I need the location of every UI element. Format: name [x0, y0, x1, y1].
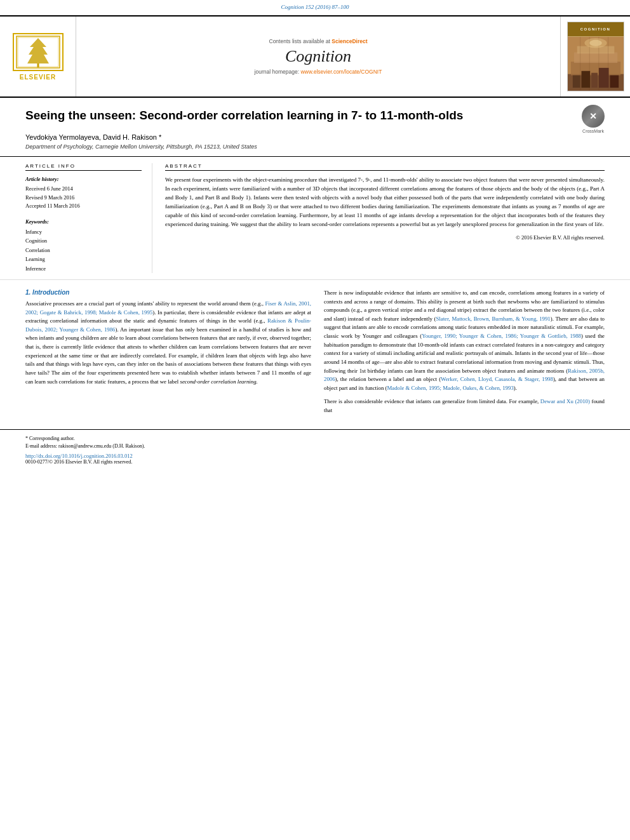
right-body-paragraph-1: There is now indisputable evidence that … — [324, 289, 605, 393]
homepage-url[interactable]: www.elsevier.com/locate/COGNIT — [300, 69, 382, 75]
ref-gogate[interactable]: Gogate & Bahrick, 1998; Madole & Cohen, … — [40, 309, 153, 316]
svg-point-20 — [589, 40, 602, 46]
footer-email[interactable]: rakison@andrew.cmu.edu — [58, 443, 111, 449]
ref-dewar[interactable]: Dewar and Xu (2010) — [540, 398, 590, 404]
ref-slater[interactable]: Slater, Mattock, Brown, Burnham, & Young… — [436, 316, 550, 322]
abstract-text: We present four experiments with the obj… — [165, 176, 605, 229]
keyword-inference: Inference — [25, 264, 142, 273]
right-column: There is now indisputable evidence that … — [324, 289, 605, 420]
homepage-line: journal homepage: www.elsevier.com/locat… — [255, 69, 382, 75]
keyword-cognition: Cognition — [25, 236, 142, 245]
page-footer: * Corresponding author. E-mail address: … — [0, 429, 630, 470]
revised-date: Revised 9 March 2016 — [25, 194, 142, 203]
article-info-panel: ARTICLE INFO Article history: Received 6… — [25, 163, 152, 273]
elsevier-logo-svg — [16, 36, 60, 69]
article-info-abstract-section: ARTICLE INFO Article history: Received 6… — [0, 157, 630, 280]
journal-reference: Cognition 152 (2016) 87–100 — [0, 4, 630, 10]
journal-center: Contents lists available at ScienceDirec… — [76, 17, 560, 97]
affiliation-line: Department of Psychology, Carnegie Mello… — [25, 143, 605, 150]
cognition-cover-image: COGNITION — [567, 22, 624, 91]
article-info-label: ARTICLE INFO — [25, 163, 142, 171]
svg-rect-16 — [591, 73, 598, 88]
left-column: 1. Introduction Associative processes ar… — [25, 289, 311, 420]
svg-rect-8 — [573, 52, 617, 63]
ref-younger1990[interactable]: Younger, 1990; Younger & Cohen, 1986; Yo… — [422, 333, 581, 339]
right-body-paragraph-2: There is also considerable evidence that… — [324, 397, 605, 415]
ref-werker[interactable]: Werker, Cohen, Lloyd, Casasola, & Stager… — [441, 376, 553, 382]
crossmark-circle: ✕ — [582, 105, 605, 128]
elsevier-logo-section: ELSEVIER — [0, 17, 76, 97]
copyright-line: © 2016 Elsevier B.V. All rights reserved… — [165, 234, 605, 241]
main-body: 1. Introduction Associative processes ar… — [0, 280, 630, 429]
ref-madole1995[interactable]: Madole & Cohen, 1995; Madole, Oakes, & C… — [387, 385, 513, 391]
elsevier-logo-box — [13, 33, 64, 71]
accepted-date: Accepted 11 March 2016 — [25, 202, 142, 211]
sciencedirect-line: Contents lists available at ScienceDirec… — [269, 38, 368, 44]
intro-heading: 1. Introduction — [25, 289, 311, 296]
ref-younger[interactable]: Younger & Cohen, 1986 — [59, 326, 115, 333]
abstract-panel: ABSTRACT We present four experiments wit… — [165, 163, 605, 273]
keywords-label: Keywords: — [25, 218, 142, 225]
keyword-correlation: Correlation — [25, 246, 142, 255]
journal-title: Cognition — [285, 47, 351, 66]
received-date: Received 6 June 2014 — [25, 185, 142, 194]
article-title: Seeing the unseen: Second-order correlat… — [25, 108, 575, 124]
cog-cover-top-bar: COGNITION — [568, 22, 624, 36]
abstract-label: ABSTRACT — [165, 163, 605, 171]
keyword-infancy: Infancy — [25, 227, 142, 236]
sciencedirect-link[interactable]: ScienceDirect — [332, 38, 367, 44]
authors-line: Yevdokiya Yermolayeva, David H. Rakison … — [25, 133, 605, 141]
svg-rect-14 — [572, 76, 580, 88]
crossmark-label: CrossMark — [582, 129, 605, 133]
journal-header: ELSEVIER Contents lists available at Sci… — [0, 17, 630, 98]
cognition-label: COGNITION — [580, 27, 611, 31]
keyword-learning: Learning — [25, 255, 142, 263]
svg-rect-18 — [610, 76, 619, 88]
cognition-logo-section: COGNITION — [560, 17, 630, 97]
italic-term: second-order correlation learning. — [180, 378, 258, 385]
crossmark-badge[interactable]: ✕ CrossMark — [582, 105, 605, 133]
corresponding-note: * Corresponding author. E-mail address: … — [25, 435, 605, 450]
left-body-paragraph-1: Associative processes are a crucial part… — [25, 300, 311, 386]
top-header: Cognition 152 (2016) 87–100 — [0, 0, 630, 17]
authors-text: Yevdokiya Yermolayeva, David H. Rakison … — [25, 133, 161, 141]
svg-rect-15 — [581, 71, 590, 88]
elsevier-text-label: ELSEVIER — [20, 74, 56, 81]
svg-rect-17 — [598, 68, 608, 88]
footer-doi[interactable]: http://dx.doi.org/10.1016/j.cognition.20… — [25, 453, 605, 459]
article-header: Seeing the unseen: Second-order correlat… — [0, 98, 630, 157]
crossmark-symbol: ✕ — [589, 111, 597, 122]
cog-cover-artwork — [568, 36, 624, 91]
footer-issn: 0010-0277/© 2016 Elsevier B.V. All right… — [25, 459, 605, 465]
history-label: Article history: — [25, 176, 142, 182]
